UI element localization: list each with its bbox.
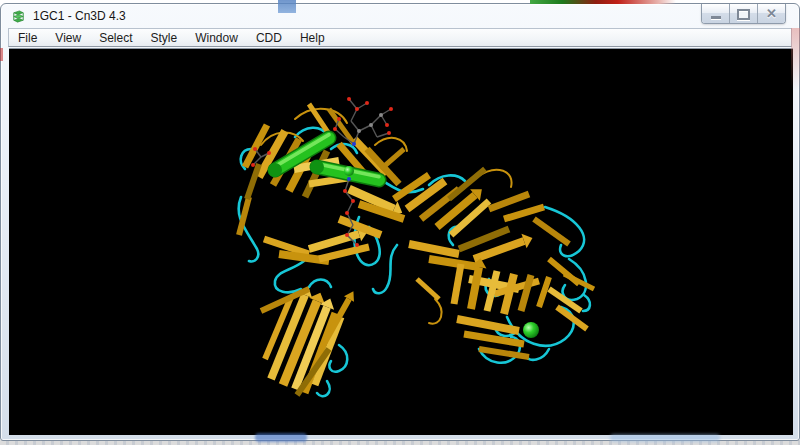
restore-icon — [737, 9, 750, 20]
background-window-artifact — [0, 48, 3, 61]
structure-viewport[interactable] — [9, 48, 793, 435]
close-icon: ✕ — [766, 5, 777, 22]
menu-item-select[interactable]: Select — [90, 29, 141, 47]
glass-border-reflection — [255, 433, 307, 442]
menu-item-window[interactable]: Window — [186, 29, 247, 47]
close-button[interactable]: ✕ — [758, 4, 785, 23]
background-window-artifact — [530, 0, 676, 4]
glass-border-reflection — [610, 434, 720, 442]
menu-item-file[interactable]: File — [9, 29, 46, 47]
window-title: 1GC1 - Cn3D 4.3 — [33, 9, 126, 23]
menu-item-view[interactable]: View — [46, 29, 90, 47]
cn3d-window: 1GC1 - Cn3D 4.3 ✕ File View Select Style… — [0, 3, 800, 441]
menu-item-style[interactable]: Style — [142, 29, 187, 47]
menu-item-cdd[interactable]: CDD — [247, 29, 291, 47]
menu-bar: File View Select Style Window CDD Help — [8, 28, 792, 47]
window-controls: ✕ — [701, 4, 786, 24]
title-bar[interactable]: 1GC1 - Cn3D 4.3 — [1, 4, 799, 28]
restore-button[interactable] — [730, 4, 758, 23]
minimize-icon — [711, 16, 721, 19]
minimize-button[interactable] — [702, 4, 730, 23]
background-window-scrollbar-artifact — [278, 0, 296, 13]
cn3d-app-icon — [11, 9, 26, 24]
background-window-artifact — [791, 28, 800, 90]
menu-item-help[interactable]: Help — [291, 29, 334, 47]
protein-structure-render — [9, 49, 793, 435]
